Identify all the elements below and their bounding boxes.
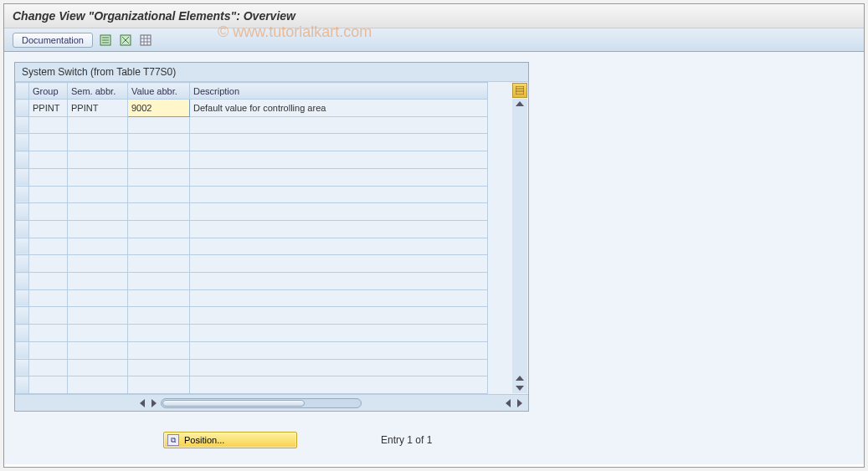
cell-sem[interactable] [68, 186, 128, 203]
cell-desc[interactable] [190, 168, 488, 186]
row-header-corner[interactable] [16, 83, 29, 100]
table-row[interactable] [16, 289, 488, 307]
cell-value[interactable] [128, 134, 190, 151]
horizontal-scrollbar[interactable] [15, 394, 528, 411]
row-selector[interactable] [16, 168, 29, 186]
hscroll-right-step-icon[interactable] [152, 399, 157, 407]
cell-desc[interactable] [190, 134, 488, 151]
cell-desc[interactable] [190, 220, 488, 238]
table-row[interactable]: PPINTPPINT9002Default value for controll… [16, 100, 488, 117]
table-row[interactable] [16, 307, 488, 325]
cell-group[interactable] [29, 376, 68, 394]
cell-group[interactable] [29, 168, 68, 186]
table-row[interactable] [16, 359, 488, 376]
cell-desc[interactable] [190, 186, 488, 203]
col-header-sem[interactable]: Sem. abbr. [68, 83, 128, 100]
cell-desc[interactable] [190, 203, 488, 221]
table-row[interactable] [16, 203, 488, 221]
hscroll-left-icon[interactable] [140, 399, 145, 407]
cell-desc[interactable] [190, 307, 488, 325]
cell-value[interactable]: 9002 [128, 100, 190, 117]
cell-value[interactable] [128, 238, 190, 255]
cell-group[interactable]: PPINT [29, 100, 68, 117]
cell-group[interactable] [29, 307, 68, 325]
cell-group[interactable] [29, 116, 68, 134]
table-settings-icon[interactable] [138, 33, 153, 48]
cell-value[interactable] [128, 273, 190, 290]
hscroll-right-icon[interactable] [517, 399, 522, 407]
cell-sem[interactable] [68, 238, 128, 255]
table-row[interactable] [16, 238, 488, 255]
cell-sem[interactable] [68, 289, 128, 307]
cell-sem[interactable] [68, 359, 128, 376]
row-selector[interactable] [16, 186, 29, 203]
row-selector[interactable] [16, 273, 29, 290]
row-selector[interactable] [16, 134, 29, 151]
table-row[interactable] [16, 325, 488, 342]
cell-group[interactable] [29, 255, 68, 273]
row-selector[interactable] [16, 341, 29, 359]
row-selector[interactable] [16, 238, 29, 255]
documentation-button[interactable]: Documentation [13, 33, 93, 48]
table-row[interactable] [16, 220, 488, 238]
cell-value[interactable] [128, 325, 190, 342]
table-row[interactable] [16, 116, 488, 134]
scroll-down-icon[interactable] [516, 386, 524, 391]
table-row[interactable] [16, 341, 488, 359]
cell-sem[interactable] [68, 376, 128, 394]
col-header-desc[interactable]: Description [190, 83, 488, 100]
table-row[interactable] [16, 151, 488, 169]
row-selector[interactable] [16, 220, 29, 238]
cell-value[interactable] [128, 151, 190, 169]
cell-desc[interactable] [190, 238, 488, 255]
cell-group[interactable] [29, 273, 68, 290]
select-all-icon[interactable] [98, 33, 113, 48]
cell-sem[interactable] [68, 255, 128, 273]
cell-sem[interactable] [68, 203, 128, 221]
cell-value[interactable] [128, 289, 190, 307]
table-row[interactable] [16, 186, 488, 203]
cell-group[interactable] [29, 203, 68, 221]
cell-value[interactable] [128, 186, 190, 203]
cell-sem[interactable] [68, 325, 128, 342]
cell-desc[interactable] [190, 289, 488, 307]
cell-sem[interactable] [68, 151, 128, 169]
cell-group[interactable] [29, 186, 68, 203]
col-header-group[interactable]: Group [29, 83, 68, 100]
cell-sem[interactable] [68, 273, 128, 290]
scroll-up2-icon[interactable] [516, 376, 524, 381]
deselect-all-icon[interactable] [118, 33, 133, 48]
row-selector[interactable] [16, 325, 29, 342]
configure-columns-icon[interactable] [512, 83, 527, 98]
cell-value[interactable] [128, 168, 190, 186]
cell-desc[interactable] [190, 255, 488, 273]
cell-group[interactable] [29, 289, 68, 307]
position-button[interactable]: ⧉ Position... [163, 432, 297, 448]
table-row[interactable] [16, 376, 488, 394]
table-row[interactable] [16, 273, 488, 290]
col-header-value[interactable]: Value abbr. [128, 83, 190, 100]
row-selector[interactable] [16, 376, 29, 394]
cell-sem[interactable] [68, 220, 128, 238]
cell-group[interactable] [29, 359, 68, 376]
cell-sem[interactable] [68, 168, 128, 186]
cell-sem[interactable] [68, 134, 128, 151]
row-selector[interactable] [16, 151, 29, 169]
cell-desc[interactable] [190, 151, 488, 169]
cell-group[interactable] [29, 151, 68, 169]
cell-desc[interactable] [190, 341, 488, 359]
row-selector[interactable] [16, 255, 29, 273]
scroll-up-icon[interactable] [516, 101, 524, 106]
cell-sem[interactable] [68, 341, 128, 359]
cell-sem[interactable] [68, 116, 128, 134]
cell-group[interactable] [29, 325, 68, 342]
hscroll-thumb[interactable] [162, 400, 305, 407]
cell-group[interactable] [29, 134, 68, 151]
cell-group[interactable] [29, 341, 68, 359]
cell-desc[interactable] [190, 359, 488, 376]
row-selector[interactable] [16, 307, 29, 325]
row-selector[interactable] [16, 203, 29, 221]
cell-value[interactable] [128, 255, 190, 273]
cell-desc[interactable] [190, 376, 488, 394]
cell-desc[interactable] [190, 325, 488, 342]
